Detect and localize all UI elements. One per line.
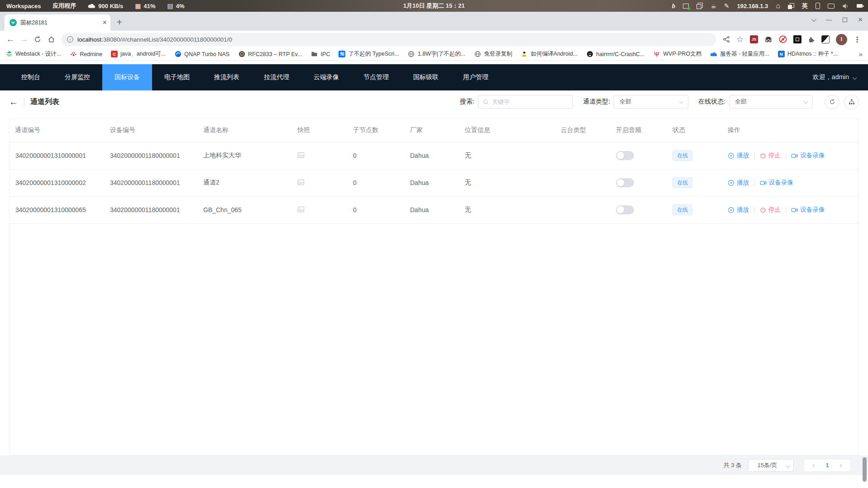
bookmark-csdn[interactable]: C java、android可...: [111, 50, 166, 58]
bing-icon[interactable]: b: [672, 2, 676, 10]
device-record-button[interactable]: 设备录像: [791, 152, 825, 160]
nav-item[interactable]: 拉流代理: [252, 64, 301, 90]
bookmark-android-build[interactable]: 如何编译Android...: [521, 50, 578, 58]
reload-button[interactable]: [31, 36, 44, 43]
image-placeholder-icon[interactable]: [297, 206, 305, 213]
device-record-button[interactable]: 设备录像: [791, 206, 825, 214]
search-input[interactable]: [492, 99, 568, 105]
bookmark-ipc-folder[interactable]: IPC: [311, 51, 330, 58]
cell-manufacturer: Dahua: [405, 169, 459, 196]
sitemap-icon: [849, 99, 855, 105]
forward-button[interactable]: →: [17, 34, 31, 44]
search-box[interactable]: [478, 95, 573, 109]
window-minimize-icon[interactable]: —: [826, 17, 832, 23]
nav-item[interactable]: 云端录像: [301, 64, 351, 90]
share-icon[interactable]: [723, 36, 730, 43]
applications-button[interactable]: 应用程序: [52, 2, 76, 10]
cell-channel-name: 上地科实大华: [198, 142, 292, 169]
system-top-bar: Workspaces 应用程序 900 KB/s ▦ 41% ▤ 4% 1月10…: [0, 0, 868, 12]
browser-tab[interactable]: 国标28181 ×: [5, 14, 110, 31]
window-close-icon[interactable]: ×: [858, 16, 863, 24]
bookmark-article-1[interactable]: 1.8W字|了不起的...: [408, 50, 465, 58]
user-menu[interactable]: 欢迎，admin: [813, 73, 856, 81]
clock[interactable]: 1月10日 星期二 15：21: [403, 0, 465, 12]
nav-item[interactable]: 用户管理: [451, 64, 501, 90]
audio-toggle[interactable]: [616, 151, 634, 160]
nav-item[interactable]: 节点管理: [351, 64, 401, 90]
bookmark-wvp-doc[interactable]: Ψ WVP-PRO文档: [653, 50, 701, 58]
image-placeholder-icon[interactable]: [297, 179, 305, 186]
tab-close-icon[interactable]: ×: [103, 19, 107, 26]
new-tab-button[interactable]: +: [117, 18, 122, 27]
adblock-extension-icon[interactable]: [779, 35, 787, 43]
device-record-button[interactable]: 设备录像: [760, 179, 793, 187]
js-extension-icon[interactable]: JS: [750, 35, 758, 43]
stop-button[interactable]: 停止: [760, 206, 781, 214]
search-icon: [483, 99, 489, 105]
next-page-button[interactable]: ›: [834, 462, 848, 469]
workspaces-button[interactable]: Workspaces: [6, 3, 41, 9]
cell-audio: [610, 142, 667, 169]
nav-item[interactable]: 推流列表: [202, 64, 252, 90]
current-page-button[interactable]: 1: [820, 462, 834, 469]
screenshot-extension-icon[interactable]: [793, 35, 801, 43]
refresh-button[interactable]: [825, 95, 839, 109]
stop-button[interactable]: 停止: [760, 152, 781, 160]
bookmarks-overflow-chevron[interactable]: »: [859, 50, 863, 58]
nav-item[interactable]: 国标级联: [401, 64, 451, 90]
extensions-puzzle-icon[interactable]: [808, 36, 815, 43]
bookmark-rfc2833[interactable]: RFC2833 – RTP Ev...: [238, 51, 302, 58]
color-picker-icon[interactable]: ✎: [724, 3, 730, 9]
back-arrow-icon[interactable]: ←: [9, 97, 18, 106]
nav-item[interactable]: 分屏监控: [52, 64, 102, 90]
channel-type-select[interactable]: 全部: [614, 95, 688, 109]
screenshot-tool-icon[interactable]: [683, 4, 689, 9]
bookmark-copy-free[interactable]: 免登录复制: [474, 50, 512, 58]
window-switcher-icon[interactable]: [788, 3, 794, 9]
nav-item[interactable]: 国标设备: [102, 64, 152, 90]
profile-avatar[interactable]: I: [836, 34, 847, 45]
home-button[interactable]: [44, 36, 58, 43]
bookmark-zhihu[interactable]: 知 了不起的 TypeScri...: [339, 50, 399, 58]
play-button[interactable]: 播放: [728, 152, 749, 160]
bookmark-tencent-cloud[interactable]: 服务器 - 轻量应用...: [710, 50, 769, 58]
tree-view-button[interactable]: [844, 95, 859, 109]
bookmark-github[interactable]: hairrrrr/C-CrashC...: [586, 51, 644, 58]
coffee-caffeine-icon[interactable]: ☕: [711, 3, 716, 9]
phone-icon[interactable]: [816, 3, 820, 9]
darkreader-extension-icon[interactable]: [821, 35, 830, 43]
bookmark-redmine[interactable]: Redmine: [70, 51, 102, 58]
home-tray-icon[interactable]: ⌂: [776, 2, 780, 9]
address-bar[interactable]: i localhost:38080/#/channelList/34020000…: [61, 33, 716, 46]
page-size-select[interactable]: 15条/页: [748, 459, 794, 472]
bookmark-star-icon[interactable]: ☆: [736, 34, 744, 44]
audio-toggle[interactable]: [616, 205, 634, 214]
menu-kebab-icon[interactable]: ⋮: [854, 35, 861, 44]
back-button[interactable]: ←: [4, 34, 17, 44]
tab-search-chevron-icon[interactable]: [811, 16, 816, 21]
scrollbar-thumb[interactable]: [863, 457, 867, 482]
nav-item[interactable]: 电子地图: [152, 64, 202, 90]
image-placeholder-icon[interactable]: [297, 152, 305, 159]
play-button[interactable]: 播放: [728, 206, 749, 214]
window-maximize-icon[interactable]: [843, 18, 847, 22]
stop-icon: [760, 152, 766, 159]
bookmark-qnap[interactable]: QNAP Turbo NAS: [174, 51, 229, 58]
play-button[interactable]: 播放: [728, 179, 749, 187]
prev-page-button[interactable]: ‹: [807, 462, 820, 469]
input-method-indicator[interactable]: 英: [802, 2, 808, 10]
nav-item[interactable]: 控制台: [9, 64, 52, 90]
bookmark-hdatmos[interactable]: N HDAtmos :: 种子 *...: [778, 50, 838, 58]
display-icon[interactable]: [828, 4, 835, 9]
clipboard-icon[interactable]: [696, 3, 703, 9]
site-info-icon[interactable]: i: [67, 36, 73, 43]
bookmark-webstack[interactable]: Webstack - 设计...: [5, 50, 61, 58]
volume-icon[interactable]: [842, 3, 849, 9]
battery-icon[interactable]: [857, 4, 863, 8]
online-status-select[interactable]: 全部: [729, 95, 813, 109]
incognito-extension-icon[interactable]: [764, 35, 773, 43]
ip-address-indicator[interactable]: 192.168.1.3: [737, 3, 768, 9]
memory-usage-indicator: ▤ 4%: [167, 3, 185, 9]
cell-snapshot: [292, 142, 348, 169]
audio-toggle[interactable]: [616, 178, 634, 187]
